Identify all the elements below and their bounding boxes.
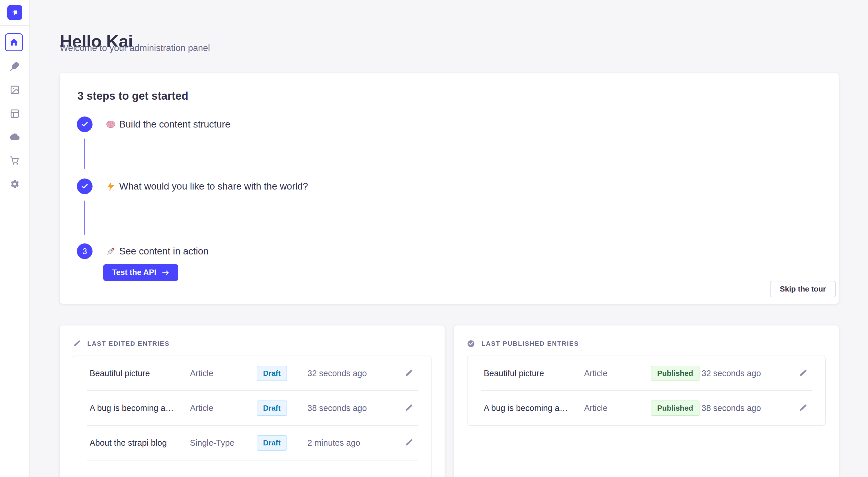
- cart-icon: [10, 156, 20, 166]
- widgets-row: LAST EDITED ENTRIES Beautiful picture Ar…: [60, 326, 839, 477]
- pencil-icon: [405, 404, 413, 412]
- sidebar-item-marketplace[interactable]: [0, 155, 30, 166]
- sidebar-item-cloud[interactable]: [0, 131, 30, 143]
- onboarding-card: 3 steps to get started Build the content…: [60, 73, 839, 304]
- gear-icon: [10, 179, 20, 189]
- table-row: [73, 461, 431, 477]
- pencil-icon: [799, 369, 807, 378]
- entry-status: Draft: [257, 366, 307, 381]
- entry-status: Published: [651, 401, 702, 416]
- pencil-icon: [73, 340, 81, 348]
- step-2-label[interactable]: What would you like to share with the wo…: [119, 181, 308, 192]
- last-published-table: Beautiful picture Article Published 32 s…: [467, 355, 826, 426]
- pencil-icon: [405, 439, 413, 447]
- entry-type: Article: [190, 403, 257, 413]
- step-connector-2: [84, 201, 85, 235]
- page-subtitle: Welcome to your administration panel: [60, 43, 210, 53]
- home-icon: [9, 37, 19, 47]
- test-api-button-label: Test the API: [112, 268, 156, 277]
- sidebar-item-media-library[interactable]: [0, 84, 30, 96]
- entry-time: 32 seconds ago: [307, 369, 403, 378]
- entry-time: 32 seconds ago: [702, 369, 797, 378]
- entry-type: Single-Type: [190, 438, 257, 448]
- step-1-label[interactable]: Build the content structure: [119, 119, 230, 130]
- pencil-icon: [405, 369, 413, 378]
- last-edited-entries-widget: LAST EDITED ENTRIES Beautiful picture Ar…: [60, 326, 444, 477]
- cloud-icon: [9, 132, 20, 142]
- sidebar-divider: [0, 25, 29, 26]
- sidebar-item-content-manager[interactable]: [0, 61, 30, 72]
- entry-status: Draft: [257, 435, 307, 451]
- table-row: A bug is becoming a… Article Published 3…: [467, 391, 825, 425]
- sidebar-item-settings[interactable]: [0, 178, 30, 190]
- arrow-right-icon: [161, 269, 169, 277]
- table-row: A bug is becoming a… Article Draft 38 se…: [73, 391, 431, 425]
- step-2-share-with-world: What would you like to share with the wo…: [77, 178, 308, 194]
- pencil-icon: [799, 404, 807, 412]
- status-badge: Published: [651, 366, 700, 381]
- sidebar-item-home[interactable]: [5, 33, 23, 51]
- test-api-button[interactable]: Test the API: [103, 264, 178, 281]
- step-1-done-circle: [77, 116, 93, 132]
- edit-entry-button[interactable]: [797, 369, 809, 378]
- strapi-logo-icon[interactable]: [7, 5, 22, 20]
- table-row: Beautiful picture Article Draft 32 secon…: [73, 356, 431, 390]
- entry-time: 2 minutes ago: [307, 438, 403, 448]
- table-row: About the strapi blog Single-Type Draft …: [73, 426, 431, 460]
- step-2-done-circle: [77, 178, 93, 194]
- status-badge: Draft: [257, 435, 287, 451]
- edit-entry-button[interactable]: [403, 439, 415, 447]
- step-3-number-circle: 3: [77, 243, 93, 259]
- check-icon: [81, 182, 89, 190]
- check-circle-icon: [467, 340, 475, 348]
- sidebar-item-content-type-builder[interactable]: [0, 108, 30, 120]
- last-edited-table: Beautiful picture Article Draft 32 secon…: [73, 355, 432, 477]
- step-1-build-content-structure: Build the content structure: [77, 116, 230, 132]
- entry-time: 38 seconds ago: [702, 403, 797, 413]
- last-edited-header: LAST EDITED ENTRIES: [73, 339, 432, 348]
- layout-icon: [10, 109, 20, 118]
- entry-status: Published: [651, 366, 702, 381]
- rocket-emoji-icon: [105, 246, 116, 257]
- strapi-logo-glyph: [9, 7, 20, 18]
- edit-entry-button[interactable]: [797, 404, 809, 412]
- check-icon: [81, 121, 89, 128]
- onboarding-title: 3 steps to get started: [78, 90, 188, 102]
- entry-type: Article: [190, 369, 257, 378]
- status-badge: Draft: [257, 366, 287, 381]
- step-connector-1: [84, 138, 85, 169]
- entry-status: Draft: [257, 401, 307, 416]
- entry-name: About the strapi blog: [90, 438, 190, 448]
- entry-type: Article: [584, 403, 651, 413]
- brain-emoji-icon: [105, 119, 116, 130]
- entry-name: A bug is becoming a…: [484, 403, 584, 413]
- skip-tour-button[interactable]: Skip the tour: [770, 281, 836, 297]
- last-published-entries-widget: LAST PUBLISHED ENTRIES Beautiful picture…: [454, 326, 839, 477]
- last-edited-title: LAST EDITED ENTRIES: [87, 340, 169, 347]
- entry-name: Beautiful picture: [90, 369, 190, 378]
- lightning-emoji-icon: [105, 181, 116, 192]
- table-row: Beautiful picture Article Published 32 s…: [467, 356, 825, 390]
- edit-entry-button[interactable]: [403, 404, 415, 412]
- entry-time: 38 seconds ago: [307, 403, 403, 413]
- edit-entry-button[interactable]: [403, 369, 415, 378]
- entry-name: Beautiful picture: [484, 369, 584, 378]
- last-published-header: LAST PUBLISHED ENTRIES: [467, 339, 826, 348]
- feather-icon: [10, 62, 20, 71]
- step-3-label[interactable]: See content in action: [119, 246, 209, 257]
- last-published-title: LAST PUBLISHED ENTRIES: [482, 340, 579, 347]
- entry-type: Article: [584, 369, 651, 378]
- entry-name: A bug is becoming a…: [90, 403, 190, 413]
- step-3-see-content-in-action: 3 See content in action: [77, 243, 209, 259]
- media-image-icon: [10, 85, 20, 95]
- status-badge: Published: [651, 401, 700, 416]
- status-badge: Draft: [257, 401, 287, 416]
- main-sidebar: [0, 0, 30, 477]
